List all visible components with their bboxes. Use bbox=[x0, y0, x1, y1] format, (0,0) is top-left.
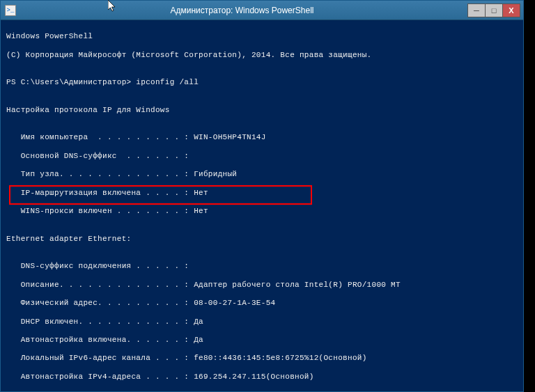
output-line: PS C:\Users\Администратор> ipconfig /all bbox=[6, 78, 518, 87]
output-line: IP-маршрутизация включена . . . . : Нет bbox=[6, 189, 518, 198]
output-line: WINS-прокси включен . . . . . . . : Нет bbox=[6, 207, 518, 216]
output-line: (С) Корпорация Майкрософт (Microsoft Cor… bbox=[6, 51, 518, 60]
output-line: Windows PowerShell bbox=[6, 32, 518, 41]
output-line: Настройка протокола IP для Windows bbox=[6, 106, 518, 115]
output-line: Основной DNS-суффикс . . . . . . : bbox=[6, 152, 518, 161]
output-line: Имя компьютера . . . . . . . . . : WIN-O… bbox=[6, 133, 518, 142]
output-line: Автонастройка включена. . . . . . : Да bbox=[6, 336, 518, 345]
output-line: Описание. . . . . . . . . . . . . : Адап… bbox=[6, 281, 518, 290]
titlebar[interactable]: >_ Администратор: Windows PowerShell ─ □… bbox=[1, 1, 523, 20]
output-line: DNS-суффикс подключения . . . . . : bbox=[6, 262, 518, 271]
output-line: Маска подсети . . . . . . . . . . : 255.… bbox=[6, 391, 518, 391]
maximize-button[interactable]: □ bbox=[485, 3, 503, 17]
minimize-button[interactable]: ─ bbox=[467, 3, 486, 17]
output-line: DHCP включен. . . . . . . . . . . : Да bbox=[6, 317, 518, 327]
window-buttons: ─ □ X bbox=[468, 3, 520, 17]
terminal-output[interactable]: Windows PowerShell (С) Корпорация Майкро… bbox=[1, 20, 523, 391]
highlighted-line-ipv4: Автонастройка IPv4-адреса . . . . : 169.… bbox=[6, 373, 518, 382]
app-icon: >_ bbox=[5, 5, 16, 16]
output-line: Физический адрес. . . . . . . . . : 08-0… bbox=[6, 299, 518, 308]
powershell-window: >_ Администратор: Windows PowerShell ─ □… bbox=[0, 0, 524, 392]
output-line: Ethernet adapter Ethernet: bbox=[6, 235, 518, 244]
highlighted-line-ipv6: Локальный IPv6-адрес канала . . . : fe80… bbox=[6, 354, 518, 363]
output-line: Тип узла. . . . . . . . . . . . . : Гибр… bbox=[6, 170, 518, 179]
window-title: Администратор: Windows PowerShell bbox=[16, 6, 468, 15]
close-button[interactable]: X bbox=[502, 3, 520, 17]
